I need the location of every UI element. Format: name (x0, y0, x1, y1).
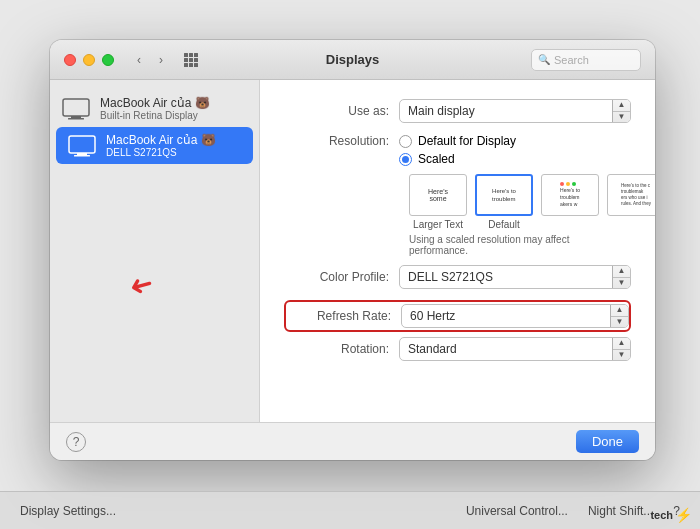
refresh-rate-down[interactable]: ▼ (611, 317, 628, 329)
traffic-lights (64, 54, 114, 66)
window-body: MacBook Air của 🐻 Built-in Retina Displa… (50, 80, 655, 422)
thumb-trouble2[interactable]: Here's to the ctroublemakers who use iru… (607, 174, 655, 230)
thumb-trouble1[interactable]: Here's totroublemakers w (541, 174, 599, 230)
taskbar: Display Settings... Universal Control...… (0, 491, 700, 529)
help-button[interactable]: ? (66, 432, 86, 452)
thumb-box-default[interactable]: Here's totroublem (475, 174, 533, 216)
red-arrow-icon: ➜ (126, 266, 157, 304)
use-as-row: Use as: Main display ▲ ▼ (284, 98, 631, 124)
forward-button[interactable]: › (152, 51, 170, 69)
refresh-rate-control: 60 Hertz ▲ ▼ (401, 304, 629, 328)
night-shift-link[interactable]: Night Shift... (588, 504, 653, 518)
color-profile-control: DELL S2721QS ▲ ▼ (399, 265, 631, 289)
resolution-row: Resolution: Default for Display Scaled (284, 134, 631, 166)
refresh-rate-stepper[interactable]: ▲ ▼ (610, 304, 628, 328)
refresh-rate-up[interactable]: ▲ (611, 304, 628, 317)
refresh-rate-label: Refresh Rate: (286, 309, 401, 323)
sidebar: MacBook Air của 🐻 Built-in Retina Displa… (50, 80, 260, 422)
arrow-container: ➜ (130, 268, 153, 301)
resolution-scaled-label: Scaled (418, 152, 455, 166)
thumb-larger-text[interactable]: Here'ssome Larger Text (409, 174, 467, 230)
window-title: Displays (326, 52, 379, 67)
nav-buttons: ‹ › (130, 51, 170, 69)
minimize-button[interactable] (83, 54, 95, 66)
svg-rect-4 (77, 153, 87, 155)
sidebar-item-macbook-builtin[interactable]: MacBook Air của 🐻 Built-in Retina Displa… (50, 90, 259, 127)
rotation-up[interactable]: ▲ (613, 337, 630, 350)
item1-name: MacBook Air của 🐻 (100, 96, 210, 110)
rotation-stepper[interactable]: ▲ ▼ (612, 337, 630, 361)
lightning-icon: ⚡ (675, 507, 692, 523)
color-profile-label: Color Profile: (284, 270, 399, 284)
displays-window: ‹ › Displays 🔍 Search MacBo (50, 40, 655, 460)
rotation-dropdown[interactable]: Standard ▲ ▼ (399, 337, 631, 361)
display-settings-link[interactable]: Display Settings... (20, 504, 116, 518)
use-as-control: Main display ▲ ▼ (399, 99, 631, 123)
universal-control-link[interactable]: Universal Control... (466, 504, 568, 518)
use-as-value: Main display (400, 104, 612, 118)
monitor-icon-2 (68, 135, 96, 157)
tech-badge: tech ⚡ (650, 507, 692, 523)
close-button[interactable] (64, 54, 76, 66)
rotation-control: Standard ▲ ▼ (399, 337, 631, 361)
thumb-default[interactable]: Here's totroublem Default (475, 174, 533, 230)
thumb-box-larger[interactable]: Here'ssome (409, 174, 467, 216)
use-as-stepper[interactable]: ▲ ▼ (612, 99, 630, 123)
use-as-up[interactable]: ▲ (613, 99, 630, 112)
rotation-value: Standard (400, 342, 612, 356)
color-profile-down[interactable]: ▼ (613, 278, 630, 290)
radio-default[interactable] (399, 135, 412, 148)
thumb-box-trouble1[interactable]: Here's totroublemakers w (541, 174, 599, 216)
resolution-thumbs: Here'ssome Larger Text Here's totroublem… (409, 174, 631, 230)
refresh-rate-row-wrapper: Refresh Rate: 60 Hertz ▲ ▼ (284, 300, 631, 332)
resolution-scaled-option[interactable]: Scaled (399, 152, 631, 166)
perf-note: Using a scaled resolution may affect per… (409, 234, 631, 256)
color-profile-up[interactable]: ▲ (613, 265, 630, 278)
done-button[interactable]: Done (576, 430, 639, 453)
refresh-rate-value: 60 Hertz (402, 309, 610, 323)
item2-text: MacBook Air của 🐻 DELL S2721QS (106, 133, 216, 158)
item2-sub: DELL S2721QS (106, 147, 216, 158)
resolution-default-option[interactable]: Default for Display (399, 134, 631, 148)
back-button[interactable]: ‹ (130, 51, 148, 69)
use-as-label: Use as: (284, 104, 399, 118)
radio-scaled[interactable] (399, 153, 412, 166)
main-content: Use as: Main display ▲ ▼ Resolution: (260, 80, 655, 422)
svg-rect-0 (63, 99, 89, 116)
use-as-down[interactable]: ▼ (613, 112, 630, 124)
svg-rect-1 (71, 116, 81, 118)
taskbar-right: Universal Control... Night Shift... ? (466, 504, 680, 518)
refresh-rate-dropdown[interactable]: 60 Hertz ▲ ▼ (401, 304, 629, 328)
resolution-default-label: Default for Display (418, 134, 516, 148)
rotation-row: Rotation: Standard ▲ ▼ (284, 336, 631, 362)
color-profile-row: Color Profile: DELL S2721QS ▲ ▼ (284, 264, 631, 290)
resolution-options: Default for Display Scaled (399, 134, 631, 166)
resolution-label: Resolution: (284, 134, 399, 148)
maximize-button[interactable] (102, 54, 114, 66)
item1-sub: Built-in Retina Display (100, 110, 210, 121)
bottom-bar: ? Done (50, 422, 655, 460)
refresh-rate-row: Refresh Rate: 60 Hertz ▲ ▼ (286, 303, 629, 329)
color-profile-value: DELL S2721QS (400, 270, 612, 284)
rotation-down[interactable]: ▼ (613, 350, 630, 362)
use-as-dropdown[interactable]: Main display ▲ ▼ (399, 99, 631, 123)
tech-text: tech (650, 509, 673, 521)
color-profile-dropdown[interactable]: DELL S2721QS ▲ ▼ (399, 265, 631, 289)
thumb-label-default: Default (488, 219, 520, 230)
title-bar: ‹ › Displays 🔍 Search (50, 40, 655, 80)
grid-icon[interactable] (184, 53, 198, 67)
rotation-label: Rotation: (284, 342, 399, 356)
search-box[interactable]: 🔍 Search (531, 49, 641, 71)
svg-rect-5 (74, 155, 90, 157)
color-profile-stepper[interactable]: ▲ ▼ (612, 265, 630, 289)
item2-name: MacBook Air của 🐻 (106, 133, 216, 147)
thumb-label-larger: Larger Text (413, 219, 463, 230)
search-placeholder: Search (554, 54, 589, 66)
monitor-icon (62, 98, 90, 120)
svg-rect-3 (69, 136, 95, 153)
thumb-box-trouble2[interactable]: Here's to the ctroublemakers who use iru… (607, 174, 655, 216)
svg-rect-2 (68, 118, 84, 120)
radio-inner (402, 156, 409, 163)
sidebar-item-dell[interactable]: MacBook Air của 🐻 DELL S2721QS (56, 127, 253, 164)
item1-text: MacBook Air của 🐻 Built-in Retina Displa… (100, 96, 210, 121)
